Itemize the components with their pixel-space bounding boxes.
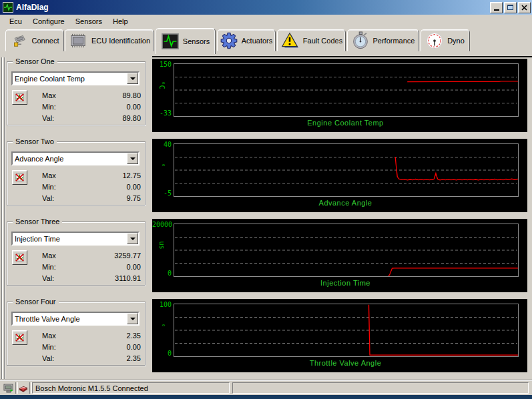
hide-graph-button[interactable] bbox=[12, 250, 27, 265]
connection-status-panel: Bosch Motronic M1.5.5 Connected bbox=[32, 382, 230, 394]
chart-title: Injection Time bbox=[174, 279, 517, 287]
max-value: 3259.77 bbox=[114, 252, 141, 260]
chevron-down-icon bbox=[130, 318, 136, 320]
menu-ecu[interactable]: Ecu bbox=[4, 16, 27, 27]
throttle-angle-chart: 100 ° 0 Throttle Valve Angle bbox=[152, 299, 527, 372]
sensor-three-select[interactable]: Injection Time bbox=[11, 232, 140, 246]
chevron-down-icon bbox=[130, 77, 136, 80]
min-label: Min: bbox=[42, 343, 56, 351]
tab-label: Dyno bbox=[447, 37, 465, 45]
y-min-tick: -5 bbox=[152, 189, 172, 197]
hide-graph-button[interactable] bbox=[12, 330, 27, 345]
y-max-tick: 40 bbox=[152, 141, 172, 148]
tab-content-edge bbox=[152, 56, 532, 57]
oscilloscope-icon bbox=[162, 33, 179, 49]
selected-sensor: Advance Angle bbox=[13, 155, 127, 163]
plot-area bbox=[174, 224, 519, 277]
hide-graph-button[interactable] bbox=[12, 170, 27, 185]
statusbar-spare-panel bbox=[232, 382, 529, 394]
tab-performance[interactable]: Performance bbox=[347, 29, 419, 51]
tab-label: Fault Codes bbox=[303, 37, 342, 45]
y-axis-unit: ° bbox=[158, 155, 166, 175]
tab-dyno[interactable]: Dyno bbox=[421, 29, 470, 51]
val-label: Val: bbox=[42, 354, 54, 362]
group-label: Sensor Four bbox=[13, 298, 59, 306]
connection-status-text: Bosch Motronic M1.5.5 Connected bbox=[35, 384, 148, 392]
sensor-four-select[interactable]: Throttle Valve Angle bbox=[11, 312, 140, 326]
y-axis-unit: us bbox=[158, 236, 166, 256]
window-title: AlfaDiag bbox=[16, 3, 489, 12]
y-max-tick: 150 bbox=[152, 61, 172, 68]
tab-actuators[interactable]: Actuators bbox=[217, 29, 276, 51]
stopwatch-icon bbox=[352, 31, 369, 49]
y-max-tick: 20000 bbox=[152, 221, 172, 228]
selected-sensor: Injection Time bbox=[13, 235, 127, 243]
max-label: Max bbox=[42, 91, 56, 99]
title-bar: AlfaDiag bbox=[0, 0, 532, 15]
delete-graph-icon bbox=[15, 173, 25, 182]
y-max-tick: 100 bbox=[152, 301, 172, 308]
sensor-three-group: Sensor Three Injection Time Max3259.77 M… bbox=[7, 222, 146, 286]
y-min-tick: 0 bbox=[152, 270, 172, 277]
tab-label: Connect bbox=[32, 37, 59, 45]
chart-title: Engine Coolant Temp bbox=[174, 119, 517, 127]
maximize-icon bbox=[507, 5, 513, 10]
panel-groove-right bbox=[4, 57, 5, 379]
y-axis-unit: ° bbox=[158, 316, 166, 336]
max-label: Max bbox=[42, 332, 56, 340]
max-value: 2.35 bbox=[127, 332, 141, 340]
delete-graph-icon bbox=[15, 253, 25, 262]
panel-groove-left bbox=[1, 57, 3, 379]
tab-bar: Connect ECU Identification Sensors bbox=[0, 27, 532, 56]
menu-sensors[interactable]: Sensors bbox=[70, 16, 107, 27]
ecu-book-icon bbox=[18, 383, 29, 394]
connector-icon bbox=[11, 33, 28, 49]
min-value: 0.00 bbox=[127, 103, 141, 111]
maximize-button[interactable] bbox=[504, 2, 517, 13]
y-axis-unit: °C bbox=[158, 75, 166, 95]
menu-help[interactable]: Help bbox=[107, 16, 134, 27]
dropdown-button[interactable] bbox=[127, 153, 138, 164]
sensor-one-group: Sensor One Engine Coolant Temp Max89.80 … bbox=[7, 61, 146, 125]
chevron-down-icon bbox=[130, 238, 136, 240]
warning-icon bbox=[280, 32, 299, 49]
dropdown-button[interactable] bbox=[127, 73, 138, 84]
tab-label: Actuators bbox=[242, 37, 272, 45]
val-value: 9.75 bbox=[127, 194, 141, 202]
app-icon bbox=[3, 2, 13, 13]
close-icon bbox=[521, 5, 527, 11]
tab-sensors[interactable]: Sensors bbox=[156, 28, 216, 54]
sensor-two-select[interactable]: Advance Angle bbox=[11, 151, 140, 165]
computer-icon bbox=[3, 383, 14, 394]
sensor-one-select[interactable]: Engine Coolant Temp bbox=[11, 71, 140, 85]
selected-sensor: Engine Coolant Temp bbox=[13, 75, 127, 83]
min-label: Min: bbox=[42, 263, 56, 271]
val-value: 89.80 bbox=[122, 114, 141, 122]
max-value: 12.75 bbox=[122, 171, 141, 179]
tab-connect[interactable]: Connect bbox=[5, 29, 64, 51]
group-label: Sensor Two bbox=[13, 137, 57, 145]
dropdown-button[interactable] bbox=[127, 313, 138, 324]
hide-graph-button[interactable] bbox=[12, 90, 27, 105]
chevron-down-icon bbox=[130, 157, 136, 160]
menu-bar: Ecu Configure Sensors Help bbox=[0, 15, 532, 27]
dropdown-button[interactable] bbox=[127, 233, 138, 244]
max-label: Max bbox=[42, 171, 56, 179]
min-label: Min: bbox=[42, 183, 56, 191]
min-value: 0.00 bbox=[127, 343, 141, 351]
sensor-two-group: Sensor Two Advance Angle Max12.75 Min:0.… bbox=[7, 141, 146, 206]
tab-fault-codes[interactable]: Fault Codes bbox=[277, 29, 346, 51]
y-min-tick: -33 bbox=[152, 109, 172, 117]
chip-icon bbox=[69, 33, 87, 48]
advance-angle-chart: 40 ° -5 Advance Angle bbox=[152, 139, 527, 212]
close-button[interactable] bbox=[518, 2, 531, 13]
selected-sensor: Throttle Valve Angle bbox=[13, 315, 127, 323]
menu-configure[interactable]: Configure bbox=[27, 16, 70, 27]
tab-ecu-identification[interactable]: ECU Identification bbox=[65, 29, 154, 51]
val-label: Val: bbox=[42, 274, 54, 282]
val-label: Val: bbox=[42, 194, 54, 202]
sensor-four-group: Sensor Four Throttle Valve Angle Max2.35… bbox=[7, 302, 146, 366]
tab-label: Performance bbox=[373, 37, 415, 45]
min-value: 0.00 bbox=[127, 263, 141, 271]
minimize-button[interactable] bbox=[490, 2, 503, 13]
